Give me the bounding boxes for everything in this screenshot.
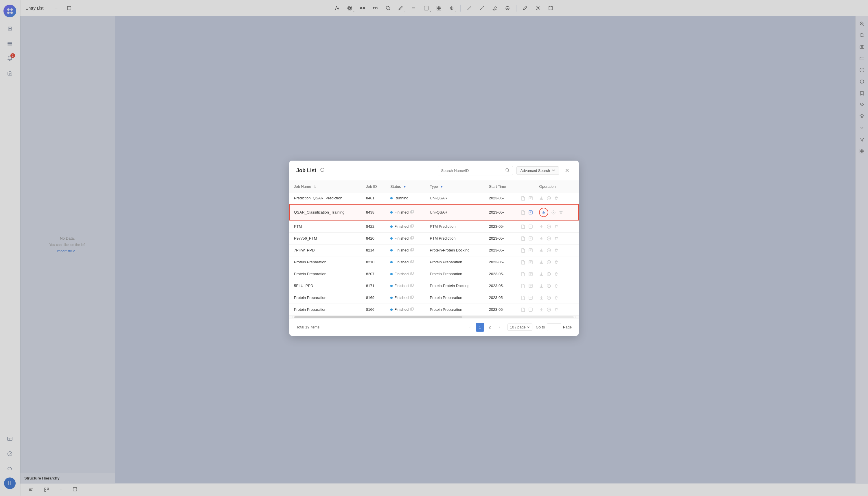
page-2-button[interactable]: 2 bbox=[486, 323, 494, 331]
advanced-search-button[interactable]: Advanced Search bbox=[517, 166, 559, 175]
sort-icon[interactable]: ⇅ bbox=[313, 185, 316, 189]
file-icon-button[interactable] bbox=[521, 283, 525, 288]
col-status: Status ▼ bbox=[386, 181, 425, 192]
cell-job-id: 8461 bbox=[361, 192, 386, 204]
doc-icon-button[interactable] bbox=[528, 272, 533, 276]
file-icon-button[interactable] bbox=[521, 210, 525, 215]
cell-type: Uni-QSAR bbox=[425, 192, 484, 204]
table-row[interactable]: Prediction_QSAR_Prediction8461RunningUni… bbox=[289, 192, 579, 204]
delete-icon-button[interactable] bbox=[554, 196, 559, 201]
goto-input[interactable] bbox=[547, 323, 561, 331]
copy-icon[interactable] bbox=[410, 307, 414, 312]
copy-icon[interactable] bbox=[410, 295, 414, 300]
play-icon-button[interactable] bbox=[547, 283, 551, 288]
table-row[interactable]: QSAR_Classification_Training8438Finished… bbox=[289, 204, 579, 220]
file-icon-button[interactable] bbox=[521, 307, 525, 312]
file-icon-button[interactable] bbox=[521, 248, 525, 253]
file-icon-button[interactable] bbox=[521, 236, 525, 241]
table-row[interactable]: Protein Preparation8207FinishedProtein P… bbox=[289, 268, 579, 280]
copy-icon[interactable] bbox=[410, 272, 414, 276]
scroll-left-icon[interactable]: ‹ bbox=[290, 315, 294, 319]
play-icon-button[interactable] bbox=[547, 236, 551, 241]
download-icon-button[interactable] bbox=[539, 272, 544, 276]
delete-icon-button[interactable] bbox=[554, 272, 559, 276]
play-icon-button[interactable] bbox=[547, 295, 551, 300]
filter-icon[interactable]: ▼ bbox=[403, 185, 406, 188]
table-row[interactable]: 5ELU_PPD8171FinishedProtein-Protein Dock… bbox=[289, 280, 579, 292]
delete-icon-button[interactable] bbox=[554, 260, 559, 264]
svg-rect-65 bbox=[529, 284, 532, 288]
play-icon-button[interactable] bbox=[547, 224, 551, 229]
file-icon-button[interactable] bbox=[521, 295, 525, 300]
file-icon-button[interactable] bbox=[521, 272, 525, 276]
delete-icon-button[interactable] bbox=[554, 295, 559, 300]
copy-icon[interactable] bbox=[410, 260, 414, 264]
doc-icon-button[interactable] bbox=[528, 260, 533, 264]
doc-icon-button[interactable] bbox=[528, 236, 533, 241]
delete-icon-button[interactable] bbox=[554, 248, 559, 253]
page-1-button[interactable]: 1 bbox=[476, 323, 484, 331]
copy-icon[interactable] bbox=[410, 283, 414, 288]
cell-status: Finished bbox=[386, 256, 425, 268]
table-row[interactable]: PTM8422FinishedPTM Prediction2023-05- bbox=[289, 220, 579, 232]
modal-close-button[interactable] bbox=[563, 166, 572, 175]
delete-icon-button[interactable] bbox=[554, 236, 559, 241]
scroll-right-icon[interactable]: › bbox=[574, 315, 578, 319]
modal-refresh-button[interactable] bbox=[320, 167, 325, 174]
next-page-button[interactable]: › bbox=[495, 323, 504, 331]
table-row[interactable]: P97756_PTM8420FinishedPTM Prediction2023… bbox=[289, 232, 579, 244]
cell-job-id: 8438 bbox=[361, 204, 386, 220]
doc-icon-button[interactable] bbox=[528, 295, 533, 300]
download-icon-button[interactable] bbox=[539, 295, 544, 300]
download-icon-button[interactable] bbox=[539, 248, 544, 253]
page-size-selector[interactable]: 10 / page bbox=[507, 324, 532, 331]
cell-job-id: 8166 bbox=[361, 304, 386, 315]
copy-icon[interactable] bbox=[410, 224, 414, 229]
table-row[interactable]: Protein Preparation8166FinishedProtein P… bbox=[289, 304, 579, 315]
copy-icon[interactable] bbox=[410, 236, 414, 241]
play-icon-button[interactable] bbox=[547, 260, 551, 264]
copy-icon[interactable] bbox=[410, 210, 414, 214]
doc-icon-button[interactable] bbox=[528, 248, 533, 253]
download-icon-button[interactable] bbox=[539, 236, 544, 241]
download-icon-button[interactable] bbox=[539, 307, 544, 312]
horizontal-scrollbar[interactable]: ‹ › bbox=[289, 316, 579, 319]
svg-rect-41 bbox=[529, 211, 532, 214]
delete-icon-button[interactable] bbox=[554, 307, 559, 312]
doc-icon-button[interactable] bbox=[528, 224, 533, 229]
filter-icon[interactable]: ▼ bbox=[440, 185, 443, 188]
delete-icon-button[interactable] bbox=[559, 210, 563, 215]
download-icon-button[interactable] bbox=[539, 224, 544, 229]
table-row[interactable]: Protein Preparation8210FinishedProtein P… bbox=[289, 256, 579, 268]
h-scrollbar-thumb[interactable] bbox=[294, 316, 462, 318]
file-icon-button[interactable] bbox=[521, 224, 525, 229]
play-icon-button[interactable] bbox=[547, 196, 551, 201]
copy-icon[interactable] bbox=[410, 248, 414, 252]
play-icon-button[interactable] bbox=[547, 248, 551, 253]
play-icon-button[interactable] bbox=[547, 307, 551, 312]
play-icon-button[interactable] bbox=[551, 210, 556, 215]
h-scrollbar-track[interactable] bbox=[294, 316, 574, 318]
cell-job-name: 7PHW_PPD bbox=[289, 244, 361, 256]
doc-icon-button[interactable] bbox=[528, 283, 533, 288]
cell-type: PTM Prediction bbox=[425, 220, 484, 232]
delete-icon-button[interactable] bbox=[554, 224, 559, 229]
prev-page-button[interactable]: ‹ bbox=[466, 323, 474, 331]
doc-icon-button[interactable] bbox=[528, 307, 533, 312]
play-icon-button[interactable] bbox=[547, 272, 551, 276]
download-icon-button[interactable] bbox=[539, 260, 544, 264]
download-icon-button[interactable] bbox=[539, 283, 544, 288]
table-row[interactable]: 7PHW_PPD8214FinishedProtein-Protein Dock… bbox=[289, 244, 579, 256]
download-icon-button[interactable] bbox=[539, 208, 548, 217]
doc-icon-button[interactable] bbox=[528, 210, 533, 215]
table-row[interactable]: Protein Preparation8169FinishedProtein P… bbox=[289, 292, 579, 304]
status-dot bbox=[390, 211, 393, 214]
file-icon-button[interactable] bbox=[521, 260, 525, 264]
delete-icon-button[interactable] bbox=[554, 283, 559, 288]
search-box[interactable] bbox=[438, 166, 513, 175]
search-input[interactable] bbox=[441, 168, 503, 173]
doc-icon-button[interactable] bbox=[528, 196, 533, 201]
download-icon-button[interactable] bbox=[539, 196, 544, 201]
cell-job-name: P97756_PTM bbox=[289, 232, 361, 244]
file-icon-button[interactable] bbox=[521, 196, 525, 201]
